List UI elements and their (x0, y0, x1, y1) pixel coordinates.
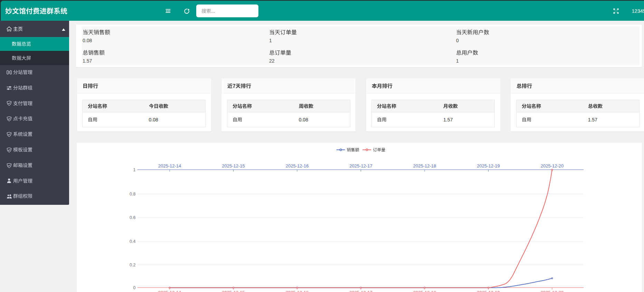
svg-text:2025-12-18: 2025-12-18 (413, 163, 436, 168)
svg-text:0.6: 0.6 (130, 215, 135, 220)
svg-text:2025-12-14: 2025-12-14 (158, 163, 181, 168)
svg-text:2025-12-18: 2025-12-18 (413, 290, 436, 292)
svg-text:2025-12-17: 2025-12-17 (349, 290, 372, 292)
svg-text:2025-12-19: 2025-12-19 (477, 290, 500, 292)
svg-text:2025-12-15: 2025-12-15 (222, 290, 245, 292)
svg-text:0.8: 0.8 (130, 192, 135, 197)
svg-text:2025-12-16: 2025-12-16 (286, 163, 309, 168)
svg-text:2025-12-20: 2025-12-20 (541, 290, 564, 292)
svg-text:2025-12-16: 2025-12-16 (286, 290, 309, 292)
svg-text:0: 0 (133, 285, 136, 290)
svg-text:2025-12-17: 2025-12-17 (349, 163, 372, 168)
svg-text:2025-12-14: 2025-12-14 (158, 290, 181, 292)
svg-text:2025-12-19: 2025-12-19 (477, 163, 500, 168)
svg-text:2025-12-20: 2025-12-20 (541, 163, 564, 168)
svg-text:0.2: 0.2 (130, 263, 135, 267)
svg-text:2025-12-15: 2025-12-15 (222, 163, 245, 168)
svg-text:1: 1 (133, 167, 136, 172)
svg-text:0.4: 0.4 (130, 239, 135, 244)
